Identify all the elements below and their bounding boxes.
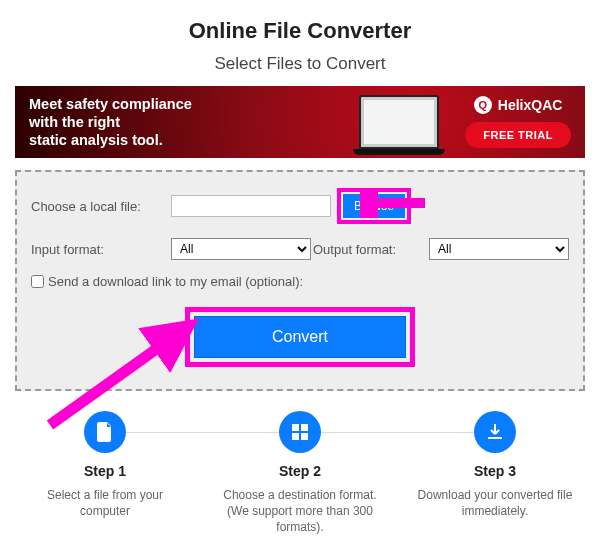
svg-rect-1 [301,424,308,431]
email-link-checkbox[interactable] [31,275,44,288]
step-3-desc: Download your converted file immediately… [405,487,585,519]
convert-button[interactable]: Convert [194,316,406,358]
local-file-input[interactable] [171,195,331,217]
page-subtitle: Select Files to Convert [0,54,600,74]
ad-logo-mark-icon: Q [474,96,492,114]
svg-rect-2 [292,433,299,440]
ad-brand-name: HelixQAC [498,97,563,113]
grid-icon [279,411,321,453]
step-2: Step 2 Choose a destination format. (We … [210,411,390,536]
step-1: Step 1 Select a file from your computer [15,411,195,536]
output-format-label: Output format: [313,242,396,257]
browse-button[interactable]: Browse [343,194,405,218]
ad-headline: Meet safety compliance with the right st… [29,95,351,149]
step-1-desc: Select a file from your computer [15,487,195,519]
converter-form: Choose a local file: Browse Input format… [15,170,585,391]
page-title: Online File Converter [0,18,600,44]
annotation-highlight-browse: Browse [337,188,411,224]
step-3: Step 3 Download your converted file imme… [405,411,585,536]
download-icon [474,411,516,453]
ad-laptop-image [359,95,439,149]
step-2-title: Step 2 [210,463,390,479]
output-format-select[interactable]: All [429,238,569,260]
input-format-label: Input format: [31,242,171,257]
steps-row: Step 1 Select a file from your computer … [15,411,585,536]
ad-brand-logo: Q HelixQAC [474,96,563,114]
step-3-title: Step 3 [405,463,585,479]
step-2-desc: Choose a destination format. (We support… [210,487,390,536]
local-file-label: Choose a local file: [31,199,171,214]
file-icon [84,411,126,453]
step-1-title: Step 1 [15,463,195,479]
ad-cta-button[interactable]: FREE TRIAL [465,122,571,148]
annotation-highlight-convert: Convert [185,307,415,367]
ad-banner[interactable]: Meet safety compliance with the right st… [15,86,585,158]
email-link-label: Send a download link to my email (option… [48,274,303,289]
svg-rect-0 [292,424,299,431]
input-format-select[interactable]: All [171,238,311,260]
svg-rect-3 [301,433,308,440]
